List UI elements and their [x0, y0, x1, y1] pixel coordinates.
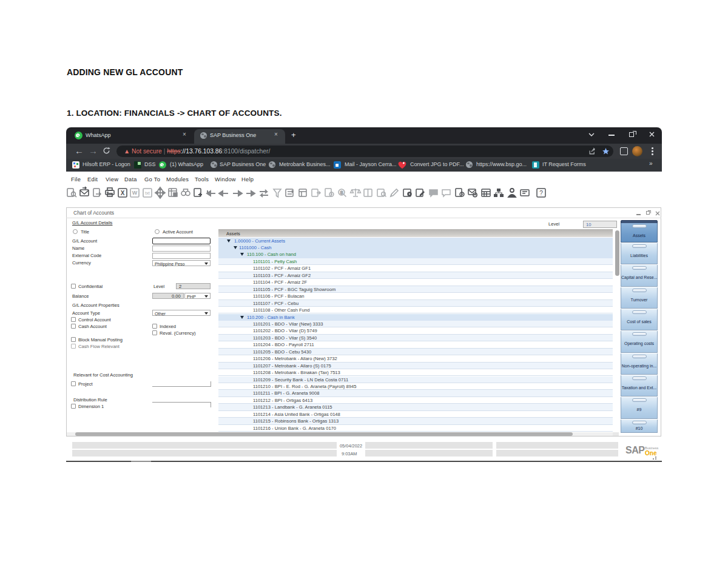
svg-text:txt: txt [145, 191, 149, 195]
svg-text:$: $ [340, 190, 343, 195]
svg-text:?: ? [539, 190, 543, 196]
svg-text:W: W [132, 190, 138, 196]
svg-text:X: X [121, 190, 125, 196]
